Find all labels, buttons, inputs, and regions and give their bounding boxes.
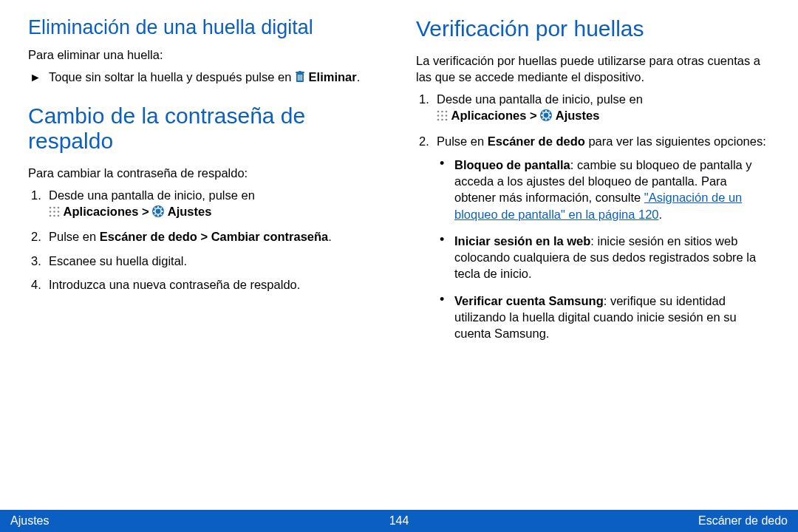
svg-point-33 [446,119,448,121]
apps-grid-icon [437,109,448,125]
b2-bold: Iniciar sesión en la web [454,234,590,248]
para-delete-intro: Para eliminar una huella: [28,47,382,63]
delete-step-1-post: . [357,70,361,83]
delete-step-1-action: Eliminar [309,70,357,83]
svg-point-9 [50,211,52,213]
apps-label: Aplicaciones > [451,109,541,122]
svg-point-32 [441,119,443,121]
svg-rect-4 [299,75,300,81]
heading-backup-password: Cambio de la contraseña de respaldo [28,103,382,154]
svg-rect-2 [299,71,301,72]
delete-steps: ► Toque sin soltar la huella y después p… [28,69,382,86]
svg-point-13 [53,215,55,217]
svg-point-25 [437,111,440,113]
left-column: Eliminación de una huella digital Para e… [28,16,382,352]
svg-point-8 [58,207,60,209]
verify-step-2-post: para ver las siguientes opciones: [585,134,766,148]
delete-step-1-pre: Toque sin soltar la huella y después pul… [49,70,295,83]
svg-point-6 [50,207,52,209]
para-verify-intro: La verificación por huellas puede utiliz… [416,52,770,86]
verify-step-2-pre: Pulse en [437,134,488,148]
settings-gear-icon [540,109,552,125]
backup-step-4: Introduzca una nueva contraseña de respa… [28,276,382,293]
svg-line-40 [542,112,543,112]
footer-left: Ajustes [10,514,49,528]
svg-point-28 [437,115,440,117]
b3-bold: Verificar cuenta Samsung [454,294,604,307]
verify-step-2-bold: Escáner de dedo [488,134,585,148]
svg-point-29 [441,115,443,117]
verify-options: Bloqueo de pantalla: cambie su bloqueo d… [416,157,770,342]
svg-rect-5 [301,75,302,81]
backup-step-1-pre: Desde una pantalla de inicio, pulse en [49,188,255,202]
option-screen-lock: Bloqueo de pantalla: cambie su bloqueo d… [437,157,770,222]
content-area: Eliminación de una huella digital Para e… [0,0,798,352]
option-samsung-verify: Verificar cuenta Samsung: verifique su i… [437,293,770,342]
b1-bold: Bloqueo de pantalla [454,158,570,171]
svg-point-30 [446,115,448,117]
svg-line-42 [542,118,543,119]
heading-delete-fingerprint: Eliminación de una huella digital [28,16,382,39]
svg-point-11 [58,211,60,213]
verify-steps: Desde una pantalla de inicio, pulse en A… [416,91,770,149]
verify-step-2: Pulse en Escáner de dedo para ver las si… [416,133,770,149]
backup-step-2-post: . [328,230,332,243]
right-column: Verificación por huellas La verificación… [416,16,770,352]
backup-step-2-bold: Escáner de dedo > Cambiar contraseña [100,230,329,243]
svg-line-22 [161,214,162,215]
footer-right: Escáner de dedo [698,514,788,528]
svg-line-21 [154,208,155,208]
backup-step-2: Pulse en Escáner de dedo > Cambiar contr… [28,228,382,245]
svg-point-7 [53,207,55,209]
arrow-icon: ► [30,69,41,86]
settings-gear-icon [152,205,164,221]
apps-label: Aplicaciones > [64,205,153,218]
apps-grid-icon [49,205,60,221]
para-backup-intro: Para cambiar la contraseña de respaldo: [28,165,382,181]
svg-point-27 [446,111,448,113]
heading-verify: Verificación por huellas [416,16,770,42]
svg-point-10 [53,211,55,213]
verify-step-1: Desde una pantalla de inicio, pulse en A… [416,91,770,126]
svg-rect-3 [298,75,299,81]
svg-line-23 [154,214,155,215]
svg-point-31 [437,119,440,121]
settings-label: Ajustes [556,109,600,122]
settings-label: Ajustes [168,205,212,218]
svg-point-12 [50,215,52,217]
footer-page-number: 144 [389,514,409,528]
svg-line-43 [549,112,550,112]
backup-step-3: Escanee su huella digital. [28,253,382,269]
document-page: Eliminación de una huella digital Para e… [0,0,798,532]
backup-step-1: Desde una pantalla de inicio, pulse en A… [28,187,382,222]
delete-step-1: ► Toque sin soltar la huella y después p… [28,69,382,86]
svg-line-24 [161,208,162,208]
backup-step-2-pre: Pulse en [49,230,100,243]
verify-step-1-pre: Desde una pantalla de inicio, pulse en [437,92,643,106]
backup-steps: Desde una pantalla de inicio, pulse en A… [28,187,382,293]
svg-line-41 [549,118,550,119]
svg-point-14 [58,215,60,217]
b1-post: . [659,208,663,221]
svg-point-26 [441,111,443,113]
trash-icon [295,70,305,86]
option-web-signin: Iniciar sesión en la web: inicie sesión … [437,233,770,282]
page-footer: Ajustes 144 Escáner de dedo [0,510,798,532]
